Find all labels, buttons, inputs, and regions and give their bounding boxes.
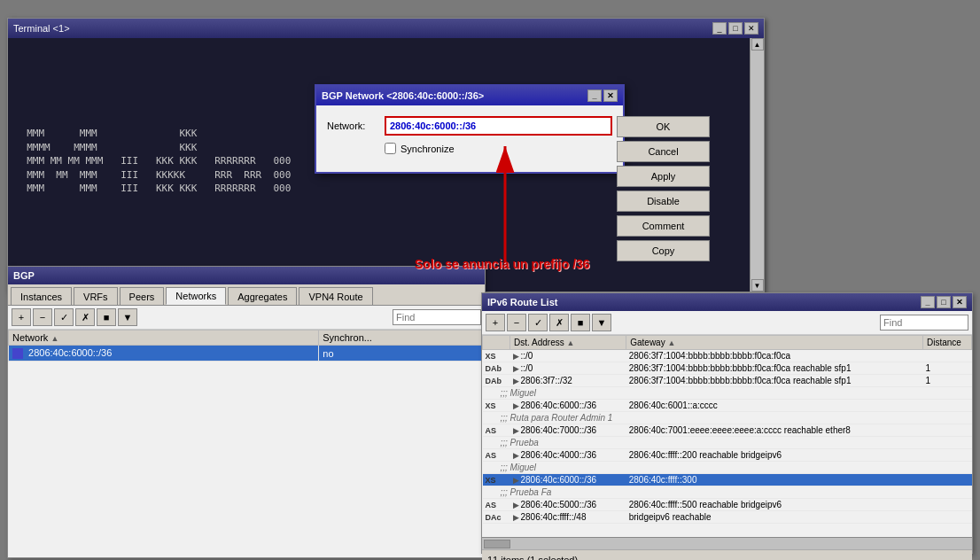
table-row[interactable]: AS▶2806:40c:4000::/362806:40c:ffff::200 … xyxy=(483,449,972,462)
cell-dst: ▶2806:40c:6000::/36 xyxy=(510,400,626,412)
col-network: Network ▲ xyxy=(9,331,319,346)
terminal-titlebar: Terminal <1> _ □ ✕ xyxy=(8,19,764,38)
comment-cell: ;;; Ruta para Router Admin 1 xyxy=(483,412,972,424)
terminal-minimize-button[interactable]: _ xyxy=(712,22,727,35)
table-row[interactable]: ;;; Miguel xyxy=(483,387,972,400)
tab-instances[interactable]: Instances xyxy=(11,287,72,305)
ok-button[interactable]: OK xyxy=(617,116,710,137)
bgp-titlebar: BGP xyxy=(8,267,485,284)
sort-arrow-dst: ▲ xyxy=(566,338,574,347)
cancel-button[interactable]: Cancel xyxy=(617,141,710,162)
tab-vpn4route[interactable]: VPN4 Route xyxy=(299,287,372,305)
table-row[interactable]: XS▶2806:40c:6000::/362806:40c:ffff::300 xyxy=(483,474,972,486)
synchronize-row: Synchronize xyxy=(327,143,612,154)
scrollbar-up-arrow[interactable]: ▲ xyxy=(751,38,764,51)
cell-tag: AS xyxy=(483,449,510,462)
ipv6-find-input[interactable] xyxy=(880,315,968,331)
bgp-table-container[interactable]: Network ▲ Synchron... 2806:40c:6000::/36… xyxy=(8,330,485,542)
filter-button[interactable]: ▼ xyxy=(118,308,137,326)
cell-distance xyxy=(923,499,972,511)
ipv6-panel: IPv6 Route List _ □ ✕ + − ✓ ✗ ■ ▼ Dst. A… xyxy=(481,292,973,554)
table-row[interactable]: XS▶2806:40c:6000::/362806:40c:6001::a:cc… xyxy=(483,400,972,412)
ipv6-enable-button[interactable]: ✓ xyxy=(528,314,548,331)
tab-peers[interactable]: Peers xyxy=(120,287,165,305)
disable-button[interactable]: ✗ xyxy=(75,308,95,326)
dialog-network-row: Network: OK Cancel Apply Disable Comment… xyxy=(327,116,612,136)
bgp-toolbar: + − ✓ ✗ ■ ▼ xyxy=(8,306,485,330)
cell-distance xyxy=(923,449,972,462)
dialog-close-button[interactable]: ✕ xyxy=(603,89,618,102)
ipv6-titlebar: IPv6 Route List _ □ ✕ xyxy=(482,293,972,311)
table-row[interactable]: ;;; Prueba xyxy=(483,437,972,449)
cell-gateway: 2806:3f7:1004:bbbb:bbbb:bbbb:f0ca:f0ca xyxy=(626,350,923,362)
table-row[interactable]: DAb▶::/02806:3f7:1004:bbbb:bbbb:bbbb:f0c… xyxy=(483,362,972,375)
col-tag xyxy=(483,336,510,350)
cell-tag: AS xyxy=(483,424,510,437)
bgp-panel: BGP Instances VRFs Peers Networks Aggreg… xyxy=(7,266,486,558)
ipv6-maximize-button[interactable]: □ xyxy=(937,296,951,308)
cell-distance xyxy=(923,474,972,486)
copy-button[interactable]: Copy xyxy=(617,240,710,261)
find-input[interactable] xyxy=(393,309,481,325)
cell-distance: 1 xyxy=(923,375,972,387)
cell-gateway: 2806:40c:7001:eeee:eeee:eeee:a:cccc reac… xyxy=(626,424,923,437)
table-row[interactable]: XS▶::/02806:3f7:1004:bbbb:bbbb:bbbb:f0ca… xyxy=(483,350,972,362)
cell-tag: XS xyxy=(483,400,510,412)
ipv6-remove-button[interactable]: − xyxy=(507,314,526,331)
table-row[interactable]: AS▶2806:40c:7000::/362806:40c:7001:eeee:… xyxy=(483,424,972,437)
tab-aggregates[interactable]: Aggregates xyxy=(228,287,297,305)
dialog-network-input[interactable] xyxy=(385,116,612,136)
terminal-scrollbar[interactable]: ▲ ▼ xyxy=(750,38,764,292)
ipv6-comment-button[interactable]: ■ xyxy=(571,314,590,331)
comment-button[interactable]: ■ xyxy=(97,308,116,326)
dialog-buttons: OK Cancel Apply Disable Comment Copy xyxy=(617,116,710,261)
remove-button[interactable]: − xyxy=(33,308,52,326)
dialog-title: BGP Network <2806:40c:6000::/36> xyxy=(322,90,484,101)
terminal-line-1 xyxy=(15,45,757,58)
disable-button-dialog[interactable]: Disable xyxy=(617,191,710,212)
cell-dst: ▶2806:40c:5000::/36 xyxy=(510,499,626,511)
terminal-maximize-button[interactable]: □ xyxy=(728,22,743,35)
network-icon xyxy=(12,348,23,359)
ipv6-close-button[interactable]: ✕ xyxy=(953,296,967,308)
cell-dst: ▶2806:3f7::/32 xyxy=(510,375,626,387)
tab-vrfs[interactable]: VRFs xyxy=(74,287,118,305)
cell-distance xyxy=(923,511,972,524)
tab-networks[interactable]: Networks xyxy=(166,287,226,305)
table-row[interactable]: DAb▶2806:3f7::/322806:3f7:1004:bbbb:bbbb… xyxy=(483,375,972,387)
ipv6-disable-button[interactable]: ✗ xyxy=(549,314,569,331)
ipv6-add-button[interactable]: + xyxy=(486,314,505,331)
cell-gateway: 2806:40c:ffff::500 reachable bridgeipv6 xyxy=(626,499,923,511)
ipv6-table-container[interactable]: Dst. Address ▲ Gateway ▲ Distance XS▶::/… xyxy=(482,335,972,537)
scrollbar-down-arrow[interactable]: ▼ xyxy=(751,279,764,292)
terminal-close-button[interactable]: ✕ xyxy=(744,22,758,35)
add-button[interactable]: + xyxy=(12,308,31,326)
table-row[interactable]: 2806:40c:6000::/36 no xyxy=(9,346,485,362)
cell-distance xyxy=(923,350,972,362)
dialog-minimize-button[interactable]: _ xyxy=(587,89,602,102)
cell-gateway: 2806:3f7:1004:bbbb:bbbb:bbbb:f0ca:f0ca r… xyxy=(626,375,923,387)
ipv6-toolbar: + − ✓ ✗ ■ ▼ xyxy=(482,311,972,335)
ipv6-minimize-button[interactable]: _ xyxy=(921,296,935,308)
scrollbar-thumb[interactable] xyxy=(484,540,510,548)
synchronize-label: Synchronize xyxy=(401,144,455,154)
col-gateway: Gateway ▲ xyxy=(626,336,923,350)
synchronize-checkbox[interactable] xyxy=(385,143,396,154)
enable-button[interactable]: ✓ xyxy=(54,308,74,326)
table-row[interactable]: ;;; Ruta para Router Admin 1 xyxy=(483,412,972,424)
table-row[interactable]: ;;; Prueba Fa xyxy=(483,486,972,499)
dialog-titlebar: BGP Network <2806:40c:6000::/36> _ ✕ xyxy=(316,86,623,105)
table-row[interactable]: ;;; Miguel xyxy=(483,462,972,474)
cell-tag: DAb xyxy=(483,362,510,375)
bgp-networks-table: Network ▲ Synchron... 2806:40c:6000::/36… xyxy=(8,330,485,362)
sort-arrow-gateway: ▲ xyxy=(667,338,675,347)
comment-button-dialog[interactable]: Comment xyxy=(617,215,710,237)
comment-cell: ;;; Prueba Fa xyxy=(483,486,972,499)
table-row[interactable]: DAc▶2806:40c:ffff::/48bridgeipv6 reachab… xyxy=(483,511,972,524)
ipv6-horizontal-scrollbar[interactable] xyxy=(482,537,972,549)
cell-distance xyxy=(923,400,972,412)
apply-button[interactable]: Apply xyxy=(617,166,710,187)
ipv6-routes-table: Dst. Address ▲ Gateway ▲ Distance XS▶::/… xyxy=(482,335,972,524)
ipv6-filter-button[interactable]: ▼ xyxy=(592,314,611,331)
table-row[interactable]: AS▶2806:40c:5000::/362806:40c:ffff::500 … xyxy=(483,499,972,511)
